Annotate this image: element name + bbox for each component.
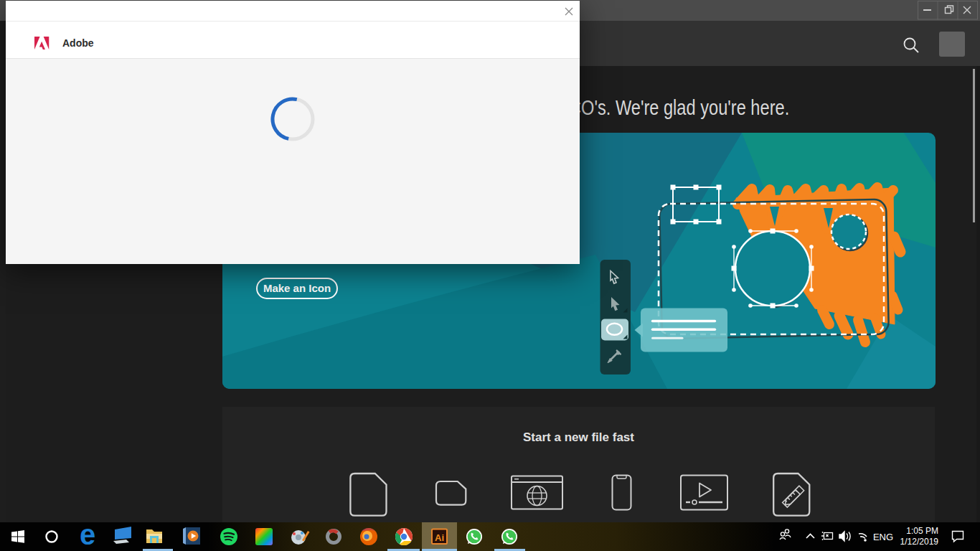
svg-text:ENG: ENG xyxy=(873,532,893,542)
svg-text:e: e xyxy=(80,522,95,550)
svg-text:Ai: Ai xyxy=(435,532,444,543)
